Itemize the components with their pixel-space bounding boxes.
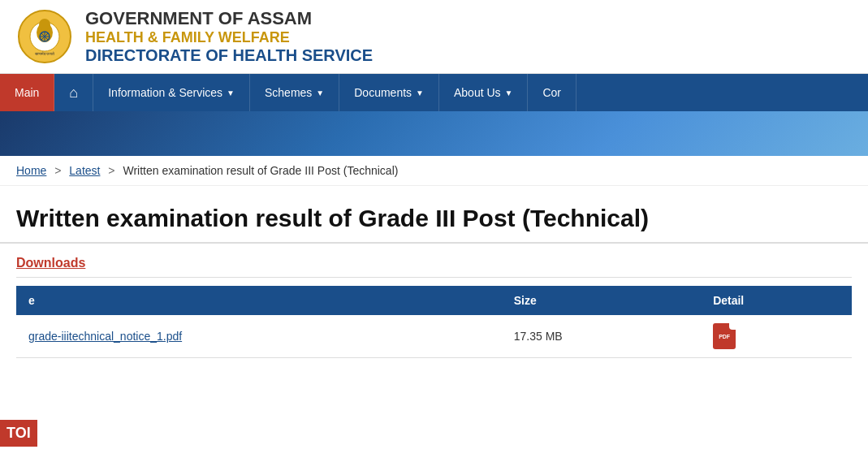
nav-item-home[interactable]: ⌂ bbox=[54, 74, 93, 111]
nav-label-cor: Cor bbox=[542, 86, 561, 99]
breadcrumb-sep-1: > bbox=[54, 164, 61, 177]
main-navbar: Main ⌂ Information & Services ▼ Schemes … bbox=[0, 74, 868, 111]
nav-item-documents[interactable]: Documents ▼ bbox=[339, 74, 439, 111]
gov-name: GOVERNMENT OF ASSAM bbox=[85, 8, 373, 29]
hero-banner bbox=[0, 111, 868, 156]
breadcrumb-current: Written examination result of Grade III … bbox=[123, 164, 398, 177]
downloads-table: e Size Detail grade-iiitechnical_notice_… bbox=[16, 286, 852, 358]
home-icon: ⌂ bbox=[69, 84, 78, 102]
nav-item-about[interactable]: About Us ▼ bbox=[439, 74, 529, 111]
downloads-section: Downloads e Size Detail grade-iiitechnic… bbox=[0, 244, 868, 358]
breadcrumb-home[interactable]: Home bbox=[16, 164, 46, 177]
nav-label-schemes: Schemes bbox=[265, 86, 312, 99]
nav-item-main[interactable]: Main bbox=[0, 74, 54, 111]
page-title: Written examination result of Grade III … bbox=[16, 202, 852, 234]
nav-item-info[interactable]: Information & Services ▼ bbox=[93, 74, 250, 111]
nav-label-documents: Documents bbox=[354, 86, 412, 99]
nav-label-info: Information & Services bbox=[108, 86, 222, 99]
pdf-icon[interactable]: PDF bbox=[713, 323, 736, 349]
nav-label-main: Main bbox=[15, 86, 39, 99]
file-download-link[interactable]: grade-iiitechnical_notice_1.pdf bbox=[28, 330, 182, 343]
table-header-row: e Size Detail bbox=[16, 286, 852, 315]
dir-name: DIRECTORATE OF HEALTH SERVICE bbox=[85, 46, 373, 65]
col-header-detail: Detail bbox=[701, 286, 852, 315]
svg-point-3 bbox=[39, 19, 50, 30]
page-title-section: Written examination result of Grade III … bbox=[0, 186, 868, 244]
nav-label-about: About Us bbox=[454, 86, 501, 99]
nav-item-cor[interactable]: Cor bbox=[528, 74, 577, 111]
breadcrumb-sep-2: > bbox=[108, 164, 114, 177]
chevron-down-icon: ▼ bbox=[416, 89, 424, 97]
svg-text:सत्यमेव जयते: सत्यमेव जयते bbox=[34, 51, 54, 56]
breadcrumb: Home > Latest > Written examination resu… bbox=[0, 156, 868, 186]
table-row: grade-iiitechnical_notice_1.pdf 17.35 MB… bbox=[16, 315, 852, 358]
site-name-block: GOVERNMENT OF ASSAM HEALTH & FAMILY WELF… bbox=[85, 8, 373, 65]
downloads-heading: Downloads bbox=[16, 256, 852, 278]
col-header-name: e bbox=[16, 286, 502, 315]
breadcrumb-latest[interactable]: Latest bbox=[69, 164, 100, 177]
site-header: सत्यमेव जयते GOVERNMENT OF ASSAM HEALTH … bbox=[0, 0, 868, 74]
file-detail-cell: PDF bbox=[701, 315, 852, 358]
col-header-size: Size bbox=[502, 286, 701, 315]
site-logo: सत्यमेव जयते bbox=[16, 8, 73, 65]
dept-name: HEALTH & FAMILY WELFARE bbox=[85, 29, 373, 46]
file-size-cell: 17.35 MB bbox=[502, 315, 701, 358]
file-name-cell: grade-iiitechnical_notice_1.pdf bbox=[16, 315, 502, 358]
chevron-down-icon: ▼ bbox=[316, 89, 324, 97]
nav-item-schemes[interactable]: Schemes ▼ bbox=[250, 74, 339, 111]
chevron-down-icon: ▼ bbox=[227, 89, 235, 97]
chevron-down-icon: ▼ bbox=[505, 89, 513, 97]
